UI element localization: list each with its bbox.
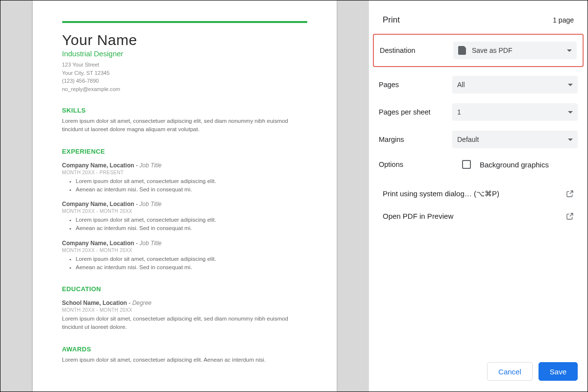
pages-row: Pages All <box>369 71 588 98</box>
resume-name: Your Name <box>62 32 307 48</box>
job-head: Company Name, Location - Job Title <box>62 240 307 247</box>
bullet: Lorem ipsum dolor sit amet, consectetuer… <box>76 177 307 185</box>
skills-body: Lorem ipsum dolor sit amet, consectetuer… <box>62 117 307 134</box>
bullet: Lorem ipsum dolor sit amet, consectetuer… <box>76 255 307 263</box>
file-icon <box>458 46 466 55</box>
margins-value: Default <box>457 136 479 143</box>
job-title: Job Title <box>140 240 162 247</box>
options-label: Options <box>379 161 462 168</box>
awards-body: Lorem ipsum dolor sit amet, consectetuer… <box>62 356 307 364</box>
job-title: Job Title <box>140 162 162 169</box>
resume-email: no_reply@example.com <box>62 85 307 93</box>
open-preview-label: Open PDF in Preview <box>383 212 453 220</box>
pps-select[interactable]: 1 <box>452 103 578 121</box>
destination-row: Destination Save as PDF <box>373 34 584 67</box>
margins-select[interactable]: Default <box>452 131 578 148</box>
external-link-icon <box>566 190 574 198</box>
experience-heading: EXPERIENCE <box>62 148 307 155</box>
destination-label: Destination <box>380 46 453 54</box>
system-dialog-label: Print using system dialog… (⌥⌘P) <box>383 189 499 198</box>
job-bullets: Lorem ipsum dolor sit amet, consectetuer… <box>76 255 307 272</box>
resume-role: Industrial Designer <box>62 49 307 58</box>
destination-select[interactable]: Save as PDF <box>453 42 577 59</box>
job-dates: MONTH 20XX - PRESENT <box>62 170 307 175</box>
print-sidebar: Print 1 page Destination Save as PDF Pag… <box>368 0 588 392</box>
job-bullets: Lorem ipsum dolor sit amet, consectetuer… <box>76 177 307 194</box>
margins-label: Margins <box>379 136 452 143</box>
edu-dates: MONTH 20XX - MONTH 20XX <box>62 307 307 313</box>
chevron-down-icon <box>568 138 573 141</box>
chevron-down-icon <box>568 84 573 86</box>
system-dialog-link[interactable]: Print using system dialog… (⌥⌘P) <box>369 183 588 205</box>
footer: Cancel Save <box>369 354 588 392</box>
page-count: 1 page <box>553 16 574 24</box>
job-title: Job Title <box>140 201 162 208</box>
resume-phone: (123) 456-7890 <box>62 77 307 85</box>
pps-label: Pages per sheet <box>379 108 452 116</box>
document-page: Your Name Industrial Designer 123 Your S… <box>33 0 337 392</box>
job-company: Company Name, Location <box>62 162 134 169</box>
margins-row: Margins Default <box>369 126 588 153</box>
pps-row: Pages per sheet 1 <box>369 98 588 126</box>
resume-contact: 123 Your Street Your City, ST 12345 (123… <box>62 61 307 93</box>
resume-street: 123 Your Street <box>62 61 307 69</box>
job-dates: MONTH 20XX - MONTH 20XX <box>62 208 307 214</box>
background-graphics-label: Background graphics <box>480 161 549 169</box>
bullet: Lorem ipsum dolor sit amet, consectetuer… <box>76 216 307 224</box>
skills-heading: SKILLS <box>62 107 307 114</box>
pps-value: 1 <box>457 108 461 116</box>
accent-bar <box>62 21 307 23</box>
bullet: Aenean ac interdum nisi. Sed in consequa… <box>76 263 307 272</box>
options-row: Options Background graphics <box>369 153 588 173</box>
edu-head: School Name, Location - Degree <box>62 300 307 306</box>
chevron-down-icon <box>567 49 572 52</box>
external-link-icon <box>566 212 574 220</box>
open-preview-link[interactable]: Open PDF in Preview <box>369 205 588 227</box>
print-preview-pane: Your Name Industrial Designer 123 Your S… <box>0 0 368 392</box>
background-graphics-checkbox[interactable] <box>462 160 471 169</box>
bullet: Aenean ac interdum nisi. Sed in consequa… <box>76 185 307 194</box>
edu-school: School Name, Location <box>62 300 127 306</box>
education-heading: EDUCATION <box>62 285 307 293</box>
resume-city: Your City, ST 12345 <box>62 69 307 77</box>
job-dates: MONTH 20XX - MONTH 20XX <box>62 248 307 253</box>
print-header: Print 1 page <box>369 0 588 34</box>
pages-select[interactable]: All <box>452 76 578 93</box>
bullet: Aenean ac interdum nisi. Sed in consequa… <box>76 224 307 232</box>
edu-degree: Degree <box>132 300 151 306</box>
chevron-down-icon <box>568 111 573 114</box>
job-head: Company Name, Location - Job Title <box>62 201 307 208</box>
awards-heading: AWARDS <box>62 346 307 353</box>
destination-value: Save as PDF <box>472 46 512 54</box>
job-company: Company Name, Location <box>62 240 134 247</box>
print-title: Print <box>383 15 400 25</box>
pages-label: Pages <box>379 81 452 89</box>
edu-body: Lorem ipsum dolor sit amet, consectetuer… <box>62 315 307 332</box>
cancel-button[interactable]: Cancel <box>487 362 533 381</box>
save-button[interactable]: Save <box>539 362 578 381</box>
pages-value: All <box>457 81 465 89</box>
job-company: Company Name, Location <box>62 201 134 208</box>
job-head: Company Name, Location - Job Title <box>62 162 307 169</box>
job-bullets: Lorem ipsum dolor sit amet, consectetuer… <box>76 216 307 233</box>
